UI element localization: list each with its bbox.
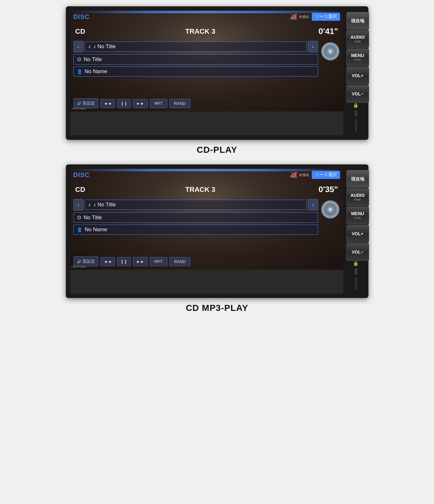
repeat-btn-2[interactable]: RPT [150, 257, 167, 266]
menu-ctrl-btn-2[interactable]: MENU CTRL [346, 207, 369, 224]
track-row-1: CD TRACK 3 0'41" [70, 25, 343, 38]
top-bar-2: DISC 未接続 [70, 169, 343, 181]
pause-btn-1[interactable]: ❙❙ [117, 99, 131, 108]
cd-disc-1 [321, 42, 339, 60]
random-btn-2[interactable]: RAND [169, 257, 190, 266]
music-icon-2 [88, 202, 91, 208]
disc-label-1: DISC [73, 13, 90, 20]
next-track-btn-2[interactable]: › [308, 199, 318, 210]
screen-area-2: DISC 未接続 [70, 169, 343, 294]
vol-up-btn-2[interactable]: VOL+ [346, 225, 369, 243]
person-icon-1: 👤 [77, 69, 82, 74]
track-title-row-1: ‹ ♪ No Title › [73, 41, 318, 52]
side-buttons-2: 現在地 AUDIO PWR MENU CTRL VOL+ VOL− [345, 170, 370, 261]
lock-icon-2: 🔒 [353, 261, 358, 266]
no-signal-icon-2 [291, 172, 298, 178]
artist-name-text-2: No Name [85, 226, 107, 233]
screen-1: DISC 未接続 [70, 11, 343, 112]
album-title-box-2: No Title [73, 212, 318, 223]
no-signal-icon [291, 14, 298, 20]
track-title-text-2: ♪ No Title [93, 202, 116, 208]
side-buttons-1: 現在地 AUDIO PWR MENU CTRL VOL+ VOL− [345, 12, 370, 103]
track-title-text-1: ♪ No Title [93, 43, 116, 50]
no-signal-2: 未接続 [291, 172, 309, 178]
model-number-1: NSCP-W64 [72, 107, 86, 110]
cd-disc-2 [321, 200, 339, 219]
track-title-row-2: ‹ ♪ No Title › [73, 199, 318, 210]
unit1-container: DISC 未接続 [6, 6, 428, 155]
forward-btn-2[interactable]: ►► [133, 257, 148, 266]
forward-btn-1[interactable]: ►► [133, 99, 148, 108]
artist-name-box-1: 👤 No Name [73, 66, 318, 77]
album-title-text-1: No Title [84, 56, 102, 63]
cd-disc-icon-2 [321, 200, 339, 219]
bottom-icons-2: 🔒 [345, 261, 367, 292]
person-icon-2: 👤 [77, 227, 82, 232]
track-title-box-1: ♪ No Title [85, 42, 307, 52]
track-info-2: TRACK 3 [88, 186, 313, 194]
lock-icon-1: 🔒 [353, 103, 358, 108]
top-bar-1: DISC 未接続 [70, 11, 343, 23]
time-display-2: 0'35" [313, 185, 338, 194]
head-unit-2: DISC 未接続 [66, 164, 368, 298]
prev-track-btn-1[interactable]: ‹ [73, 41, 84, 52]
screen-2: DISC 未接続 [70, 169, 343, 270]
current-location-btn-2[interactable]: 現在地 [346, 170, 369, 188]
side-panel-1: 現在地 AUDIO PWR MENU CTRL VOL+ VOL− 🔒 [343, 11, 368, 135]
menu-ctrl-btn-1[interactable]: MENU CTRL [346, 49, 369, 66]
time-display-1: 0'41" [313, 26, 338, 36]
unit1-label: CD-PLAY [197, 145, 237, 155]
album-title-box-1: No Title [73, 54, 318, 65]
top-right-2: 未接続 ソース選択 [291, 171, 340, 179]
vol-down-btn-1[interactable]: VOL− [346, 85, 369, 103]
random-btn-1[interactable]: RAND [169, 99, 190, 108]
no-signal-1: 未接続 [291, 14, 309, 20]
head-unit-1: DISC 未接続 [66, 6, 368, 140]
controls-bar-2: 🔊 音設定 ◄◄ ❙❙ ►► RPT RAND [73, 256, 340, 266]
artist-name-text-1: No Name [85, 68, 107, 75]
source-select-btn-2[interactable]: ソース選択 [312, 171, 340, 179]
music-icon-1 [88, 43, 91, 50]
aux-strip-1 [355, 119, 357, 132]
sound-icon-1: 🔊 [77, 101, 81, 106]
no-signal-text-1: 未接続 [299, 14, 309, 19]
track-title-box-2: ♪ No Title [85, 200, 307, 210]
controls-bar-1: 🔊 音設定 ◄◄ ❙❙ ►► RPT RAND [73, 98, 340, 108]
vol-up-btn-1[interactable]: VOL+ [346, 67, 369, 84]
unit2-label: CD MP3-PLAY [186, 303, 248, 313]
cd-label-2: CD [75, 186, 88, 194]
headphone-jack-1 [355, 110, 357, 117]
track-info-1: TRACK 3 [88, 27, 313, 36]
screen-area-1: DISC 未接続 [70, 11, 343, 135]
album-title-text-2: No Title [84, 215, 102, 221]
source-select-btn-1[interactable]: ソース選択 [312, 13, 340, 21]
next-track-btn-1[interactable]: › [308, 41, 318, 52]
info-boxes-1: ‹ ♪ No Title › No Title 👤 [73, 41, 318, 77]
current-location-btn-1[interactable]: 現在地 [346, 12, 369, 30]
audio-pwr-btn-1[interactable]: AUDIO PWR [346, 30, 369, 48]
prev-track-btn-2[interactable]: ‹ [73, 199, 84, 210]
pause-btn-2[interactable]: ❙❙ [117, 257, 131, 266]
unit2-container: DISC 未接続 [6, 164, 428, 313]
rewind-btn-2[interactable]: ◄◄ [100, 257, 115, 266]
disc-label-2: DISC [73, 171, 90, 179]
sound-icon-2: 🔊 [77, 260, 81, 264]
info-boxes-2: ‹ ♪ No Title › No Title 👤 No Name [73, 199, 318, 235]
track-row-2: CD TRACK 3 0'35" [70, 183, 343, 196]
artist-name-box-2: 👤 No Name [73, 225, 318, 235]
vol-down-btn-2[interactable]: VOL− [346, 243, 369, 261]
cd-disc-icon-1 [321, 42, 339, 60]
audio-pwr-btn-2[interactable]: AUDIO PWR [346, 188, 369, 206]
disc-icon-2 [77, 214, 81, 221]
rewind-btn-1[interactable]: ◄◄ [100, 99, 115, 108]
cd-center-hole-1 [328, 49, 332, 53]
cd-center-hole-2 [328, 208, 332, 211]
headphone-jack-2 [355, 268, 357, 275]
cd-label-1: CD [75, 27, 88, 36]
repeat-btn-1[interactable]: RPT [150, 99, 167, 108]
side-panel-2: 現在地 AUDIO PWR MENU CTRL VOL+ VOL− 🔒 [343, 169, 368, 294]
model-number-2: NSCP-W64 [72, 265, 86, 268]
no-signal-text-2: 未接続 [299, 173, 309, 177]
bottom-icons-1: 🔒 [345, 103, 367, 134]
top-right-1: 未接続 ソース選択 [291, 13, 340, 21]
